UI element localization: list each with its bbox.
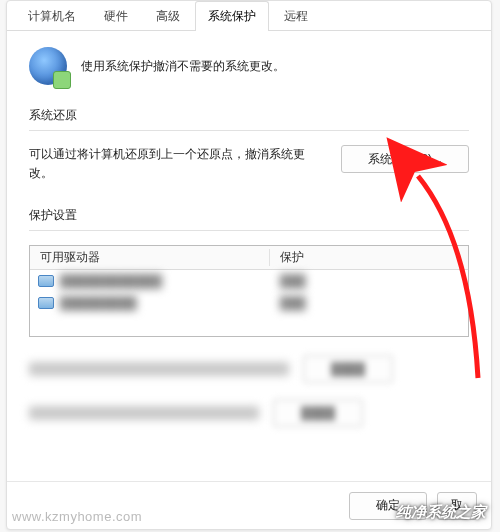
watermark-url: www.kzmyhome.com — [12, 509, 142, 524]
divider — [29, 130, 469, 131]
tab-computer-name[interactable]: 计算机名 — [15, 1, 89, 31]
system-restore-button[interactable]: 系统还原(S)... — [341, 145, 469, 173]
drive-icon — [38, 297, 54, 309]
system-restore-row: 可以通过将计算机还原到上一个还原点，撤消系统更改。 系统还原(S)... — [29, 145, 469, 183]
drive-protection-status: ███ — [280, 274, 306, 288]
drives-list[interactable]: 可用驱动器 保护 ████████████ ███ █████████ ███ — [29, 245, 469, 337]
group-label-system-restore: 系统还原 — [29, 107, 469, 128]
configure-button[interactable]: ████ — [303, 355, 393, 383]
tab-advanced[interactable]: 高级 — [143, 1, 193, 31]
drive-row[interactable]: █████████ ███ — [30, 292, 468, 314]
system-protection-icon — [29, 47, 67, 85]
tab-system-protection[interactable]: 系统保护 — [195, 1, 269, 31]
drive-name: █████████ — [60, 296, 190, 310]
tab-remote[interactable]: 远程 — [271, 1, 321, 31]
column-header-protection: 保护 — [270, 249, 468, 266]
tab-hardware[interactable]: 硬件 — [91, 1, 141, 31]
group-label-protection-settings: 保护设置 — [29, 207, 469, 228]
system-restore-description: 可以通过将计算机还原到上一个还原点，撤消系统更改。 — [29, 145, 325, 183]
watermark-brand: 纯净系统之家 — [396, 503, 486, 522]
create-row: ████ — [29, 399, 469, 427]
column-header-drives: 可用驱动器 — [30, 249, 270, 266]
configure-row: ████ — [29, 355, 469, 383]
configure-description — [29, 362, 289, 376]
intro-text: 使用系统保护撤消不需要的系统更改。 — [81, 58, 285, 75]
intro-row: 使用系统保护撤消不需要的系统更改。 — [29, 47, 469, 85]
drive-icon — [38, 275, 54, 287]
drive-row[interactable]: ████████████ ███ — [30, 270, 468, 292]
create-description — [29, 406, 259, 420]
create-button[interactable]: ████ — [273, 399, 363, 427]
tab-strip: 计算机名 硬件 高级 系统保护 远程 — [7, 1, 491, 31]
system-properties-dialog: 计算机名 硬件 高级 系统保护 远程 使用系统保护撤消不需要的系统更改。 系统还… — [6, 0, 492, 530]
drive-protection-status: ███ — [280, 296, 306, 310]
divider — [29, 230, 469, 231]
drives-list-header: 可用驱动器 保护 — [30, 246, 468, 270]
dialog-body: 使用系统保护撤消不需要的系统更改。 系统还原 可以通过将计算机还原到上一个还原点… — [7, 31, 491, 481]
drive-name: ████████████ — [60, 274, 220, 288]
